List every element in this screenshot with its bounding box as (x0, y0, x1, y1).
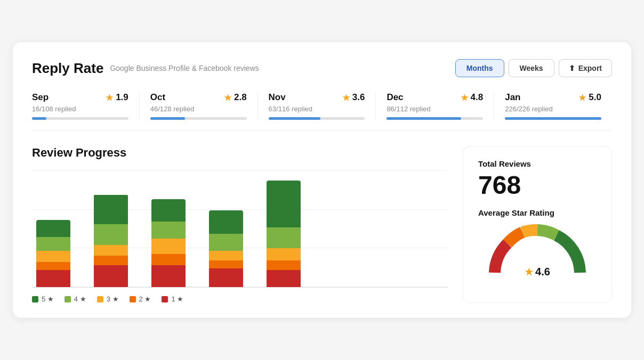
bar-segment (94, 224, 128, 244)
legend-item: 5 ★ (32, 295, 54, 303)
page-subtitle: Google Business Profile & Facebook revie… (110, 64, 259, 72)
export-button[interactable]: ⬆ Export (559, 59, 612, 77)
progress-bar-bg (150, 117, 247, 120)
bar-segment (36, 262, 70, 270)
month-header: Dec ★4.8 (387, 92, 483, 103)
month-rating: ★3.6 (342, 92, 365, 103)
legend-dot (97, 296, 103, 302)
star-icon: ★ (578, 93, 586, 103)
bar-segment (36, 270, 70, 287)
month-header: Nov ★3.6 (269, 92, 365, 103)
bar-segment (36, 237, 70, 251)
total-reviews-label: Total Reviews (478, 159, 597, 168)
bar-segment (151, 254, 186, 265)
bar-group-sep (32, 220, 75, 287)
legend-label: 1 ★ (171, 295, 183, 303)
stacked-bar (151, 199, 186, 287)
bar-segment (209, 234, 243, 251)
progress-bar-fill (387, 117, 461, 120)
bar-segment (94, 195, 128, 225)
star-icon: ★ (106, 93, 113, 103)
page-title: Reply Rate (32, 60, 103, 77)
stacked-bar (209, 210, 243, 287)
bar-segment (209, 251, 243, 260)
bar-group-nov (147, 199, 190, 287)
header: Reply Rate Google Business Profile & Fac… (32, 59, 612, 77)
month-replied: 46/128 replied (150, 105, 247, 113)
progress-bar-fill (150, 117, 185, 120)
bar-segment (36, 251, 70, 262)
bar-group-jan (262, 181, 305, 287)
month-rating: ★1.9 (106, 92, 128, 103)
legend-dot (32, 296, 38, 302)
month-replied: 226/226 replied (505, 105, 601, 113)
review-progress-section: Review Progress 5 ★ 4 ★ 3 ★ 2 ★ (32, 146, 448, 303)
progress-bar-bg (387, 117, 483, 120)
month-header: Jan ★5.0 (505, 92, 601, 103)
month-name: Oct (150, 92, 165, 103)
months-row: Sep ★1.9 16/108 replied Oct ★2.8 46/128 … (32, 92, 612, 131)
chart-legend: 5 ★ 4 ★ 3 ★ 2 ★ 1 ★ (32, 295, 448, 303)
bar-segment (209, 260, 243, 268)
bar-segment (209, 210, 243, 234)
main-card: Reply Rate Google Business Profile & Fac… (13, 42, 631, 318)
review-progress-title: Review Progress (32, 146, 448, 160)
weeks-button[interactable]: Weeks (509, 59, 554, 77)
month-item-sep: Sep ★1.9 16/108 replied (32, 92, 140, 120)
month-replied: 86/112 replied (387, 105, 483, 113)
star-icon: ★ (461, 93, 468, 103)
stacked-bar (267, 181, 301, 287)
grid-line (32, 170, 448, 171)
month-item-oct: Oct ★2.8 46/128 replied (150, 92, 258, 120)
star-icon: ★ (342, 93, 350, 103)
month-rating: ★2.8 (224, 92, 247, 103)
month-item-nov: Nov ★3.6 63/116 replied (269, 92, 376, 120)
bar-segment (267, 260, 301, 270)
legend-dot (162, 296, 168, 302)
stacked-bar (94, 194, 128, 287)
bar-segment (209, 268, 243, 287)
stacked-bar (36, 220, 70, 287)
bar-segment (267, 227, 301, 248)
bar-segment (267, 270, 301, 287)
month-name: Jan (505, 92, 520, 103)
bar-segment (151, 265, 186, 287)
bar-segment (94, 256, 128, 265)
bar-segment (151, 222, 186, 239)
legend-item: 2 ★ (130, 295, 151, 303)
progress-bar-fill (32, 117, 46, 120)
month-header: Sep ★1.9 (32, 92, 128, 103)
progress-bar-bg (505, 117, 601, 120)
legend-dot (65, 296, 71, 302)
gauge-value: ★ 4.6 (525, 266, 550, 278)
months-button[interactable]: Months (455, 59, 504, 77)
month-item-jan: Jan ★5.0 226/226 replied (505, 92, 612, 120)
month-name: Sep (32, 92, 49, 103)
progress-bar-bg (32, 117, 128, 120)
bar-segment (151, 199, 186, 221)
legend-label: 2 ★ (139, 295, 151, 303)
avg-rating-label: Average Star Rating (478, 208, 597, 217)
bar-segment (267, 181, 301, 227)
gauge-star-icon: ★ (525, 266, 533, 278)
month-rating: ★5.0 (578, 92, 601, 103)
export-icon: ⬆ (569, 64, 575, 72)
header-actions: Months Weeks ⬆ Export (455, 59, 612, 77)
bar-group-dec (205, 210, 247, 287)
month-header: Oct ★2.8 (150, 92, 247, 103)
bar-group-oct (90, 194, 132, 287)
month-name: Nov (269, 92, 286, 103)
month-item-dec: Dec ★4.8 86/112 replied (387, 92, 494, 120)
legend-label: 4 ★ (74, 295, 86, 303)
bar-chart (32, 170, 448, 288)
bar-segment (36, 220, 70, 237)
month-replied: 63/116 replied (269, 105, 365, 113)
legend-item: 3 ★ (97, 295, 119, 303)
month-name: Dec (387, 92, 403, 103)
legend-label: 3 ★ (107, 295, 119, 303)
progress-bar-bg (269, 117, 365, 120)
progress-bar-fill (505, 117, 601, 120)
bar-segment (94, 265, 128, 287)
legend-item: 4 ★ (65, 295, 86, 303)
progress-bar-fill (269, 117, 321, 120)
